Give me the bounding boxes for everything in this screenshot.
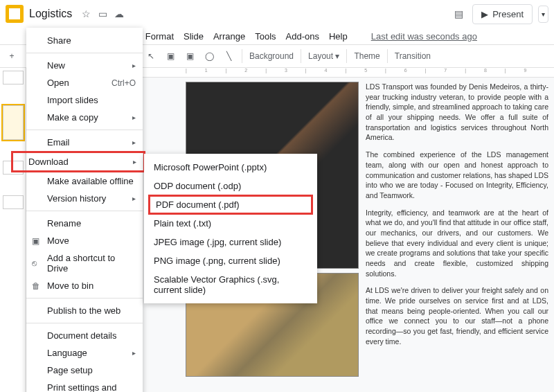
download-submenu: Microsoft PowerPoint (.pptx) ODP documen… xyxy=(144,154,317,303)
chevron-right-icon: ▸ xyxy=(132,139,136,146)
chevron-right-icon: ▸ xyxy=(132,349,136,357)
slide-textbox[interactable]: LDS Transport was founded by Denis Medei… xyxy=(366,82,553,377)
file-download[interactable]: Download▸ xyxy=(11,151,145,172)
star-icon[interactable]: ☆ xyxy=(80,8,91,19)
present-dropdown[interactable]: ▾ xyxy=(538,6,548,23)
file-menu: Share New▸ OpenCtrl+O Import slides Make… xyxy=(26,28,143,392)
chevron-right-icon: ▸ xyxy=(133,158,136,166)
shape-icon[interactable]: ◯ xyxy=(203,50,215,62)
last-edit[interactable]: Last edit was seconds ago xyxy=(367,30,481,43)
menu-addons[interactable]: Add-ons xyxy=(282,30,323,43)
download-pptx[interactable]: Microsoft PowerPoint (.pptx) xyxy=(144,158,317,177)
select-icon[interactable]: ↖ xyxy=(145,50,157,62)
menu-tools[interactable]: Tools xyxy=(251,30,280,43)
separator xyxy=(26,323,143,323)
file-publish[interactable]: Publish to the web xyxy=(26,302,143,319)
new-slide-button[interactable]: + xyxy=(6,50,18,62)
file-move[interactable]: ▣Move xyxy=(26,232,143,249)
slides-logo[interactable] xyxy=(6,5,24,23)
file-pagesetup[interactable]: Page setup xyxy=(26,362,143,379)
file-import[interactable]: Import slides xyxy=(26,91,143,109)
image-icon[interactable]: ▣ xyxy=(184,50,196,62)
present-icon: ▶ xyxy=(481,9,488,19)
file-new[interactable]: New▸ xyxy=(26,57,143,74)
file-share[interactable]: Share xyxy=(26,32,143,49)
shortcut: Ctrl+O xyxy=(111,78,136,88)
chevron-right-icon: ▸ xyxy=(132,195,136,202)
chevron-right-icon: ▸ xyxy=(132,62,136,69)
divider xyxy=(242,49,242,63)
thumb-2[interactable] xyxy=(3,105,24,140)
file-email[interactable]: Email▸ xyxy=(26,134,143,151)
file-version[interactable]: Version history▸ xyxy=(26,190,143,207)
thumb-1[interactable] xyxy=(3,71,24,84)
file-open[interactable]: OpenCtrl+O xyxy=(26,74,143,91)
download-pdf[interactable]: PDF document (.pdf) xyxy=(148,195,313,215)
background-button[interactable]: Background xyxy=(249,51,294,61)
doc-title[interactable]: Logistics xyxy=(29,8,72,20)
divider xyxy=(301,49,301,63)
line-icon[interactable]: ╲ xyxy=(222,50,235,62)
filmstrip[interactable] xyxy=(0,68,26,392)
file-docdetails[interactable]: Document details xyxy=(26,327,143,344)
present-label: Present xyxy=(492,9,524,19)
separator xyxy=(26,211,143,211)
slide-para: At LDS we're driven to deliver your frei… xyxy=(366,285,548,346)
separator xyxy=(26,130,143,130)
transition-button[interactable]: Transition xyxy=(395,51,431,61)
file-shortcut[interactable]: ⎋Add a shortcut to Drive xyxy=(26,249,143,277)
menu-format[interactable]: Format xyxy=(141,30,178,43)
layout-button[interactable]: Layout ▾ xyxy=(308,51,339,61)
header: Logistics ☆ ▭ ☁ ▤ ▶ Present ▾ xyxy=(0,0,554,28)
textbox-icon[interactable]: ▣ xyxy=(164,50,177,62)
download-jpg[interactable]: JPEG image (.jpg, current slide) xyxy=(144,233,317,251)
slide-para: The combined experience of the LDS manag… xyxy=(366,150,548,200)
slide-para: Integrity, efficiency, and teamwork are … xyxy=(366,208,548,279)
comments-icon[interactable]: ▤ xyxy=(453,8,464,19)
trash-icon: 🗑 xyxy=(32,281,42,291)
slide-para: LDS Transport was founded by Denis Medei… xyxy=(366,82,548,143)
download-svg[interactable]: Scalable Vector Graphics (.svg, current … xyxy=(144,270,317,299)
download-odp[interactable]: ODP document (.odp) xyxy=(144,177,317,195)
file-offline[interactable]: Make available offline xyxy=(26,172,143,190)
file-rename[interactable]: Rename xyxy=(26,215,143,232)
file-language[interactable]: Language▸ xyxy=(26,344,143,362)
cloud-icon[interactable]: ☁ xyxy=(114,8,125,19)
file-movebin[interactable]: 🗑Move to bin xyxy=(26,277,143,294)
file-makecopy[interactable]: Make a copy▸ xyxy=(26,109,143,126)
download-txt[interactable]: Plain text (.txt) xyxy=(144,214,317,233)
menu-slide[interactable]: Slide xyxy=(179,30,208,43)
divider xyxy=(387,49,388,63)
file-printprev[interactable]: Print settings and preview xyxy=(26,379,143,392)
present-button[interactable]: ▶ Present xyxy=(472,4,533,24)
thumb-4[interactable] xyxy=(3,195,24,209)
divider xyxy=(346,49,347,63)
folder-icon: ▣ xyxy=(32,236,42,246)
menu-arrange[interactable]: Arrange xyxy=(209,30,249,43)
theme-button[interactable]: Theme xyxy=(354,51,379,61)
separator xyxy=(26,298,143,299)
shortcut-icon: ⎋ xyxy=(32,258,42,268)
menu-help[interactable]: Help xyxy=(325,30,352,43)
download-png[interactable]: PNG image (.png, current slide) xyxy=(144,251,317,270)
chevron-right-icon: ▸ xyxy=(132,114,136,121)
move-icon[interactable]: ▭ xyxy=(97,8,108,19)
separator xyxy=(26,53,143,53)
